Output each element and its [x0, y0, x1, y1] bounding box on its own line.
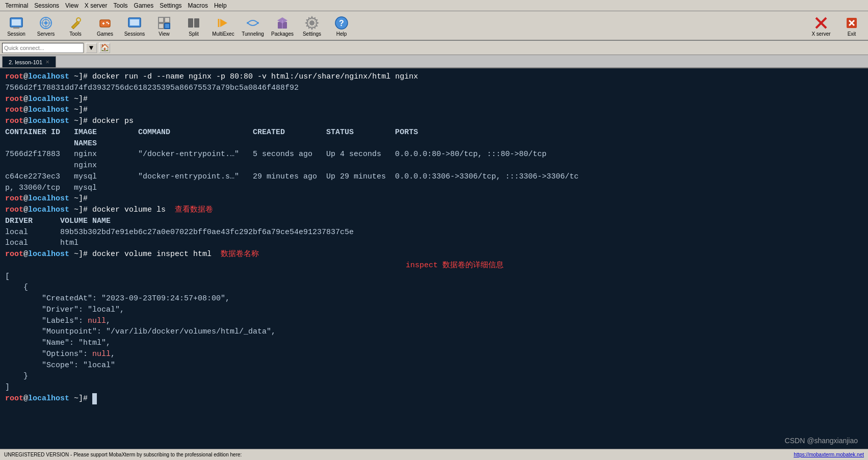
terminal-vol-row2: local html: [5, 238, 863, 249]
toolbar-games[interactable]: Games: [91, 12, 119, 39]
quickconnect-bar: ▼ 🏠: [0, 41, 868, 55]
menu-tools[interactable]: Tools: [111, 1, 131, 10]
terminal-line-6: root@localhost ~]#: [5, 193, 863, 205]
menu-sessions[interactable]: Sessions: [31, 1, 62, 10]
settings-icon: [304, 15, 320, 31]
sessions-icon: [126, 15, 143, 31]
menu-macros[interactable]: Macros: [185, 1, 211, 10]
terminal-json-open: [: [5, 271, 863, 283]
toolbar-session[interactable]: Session: [2, 12, 31, 39]
terminal-json-close: ]: [5, 382, 863, 393]
toolbar-tools[interactable]: Tools: [61, 12, 90, 39]
terminal[interactable]: root@localhost ~]# docker run -d --name …: [0, 68, 868, 449]
toolbar-split[interactable]: Split: [179, 12, 208, 39]
help-icon: ?: [333, 15, 350, 31]
svg-rect-16: [159, 17, 164, 22]
toolbar-multiexec[interactable]: MultiExec: [209, 12, 238, 39]
svg-rect-1: [12, 19, 21, 25]
svg-marker-22: [220, 19, 227, 27]
terminal-json-driver: "Driver": "local",: [5, 304, 863, 316]
terminal-json-mountpoint: "Mountpoint": "/var/lib/docker/volumes/h…: [5, 326, 863, 338]
svg-point-24: [247, 22, 249, 24]
tab-close-icon[interactable]: ✕: [45, 59, 49, 65]
view-icon: [156, 15, 172, 31]
terminal-row1: 7566d2f17883 nginx "/docker-entrypoint.……: [5, 149, 863, 160]
toolbar-xserver[interactable]: X server: [807, 12, 835, 39]
toolbar-right: X server Exit: [807, 12, 866, 39]
servers-icon: [38, 15, 54, 31]
quickconnect-home[interactable]: 🏠: [99, 43, 110, 53]
toolbar-view[interactable]: View: [150, 12, 178, 39]
terminal-json-createdat: "CreatedAt": "2023-09-23T09:24:57+08:00"…: [5, 293, 863, 304]
svg-rect-21: [194, 18, 199, 28]
split-icon: [186, 15, 202, 31]
terminal-json-name: "Name": "html",: [5, 338, 863, 349]
terminal-line-5: root@localhost ~]# docker ps: [5, 116, 863, 127]
exit-icon: [844, 15, 860, 31]
toolbar-servers[interactable]: Servers: [32, 12, 60, 39]
terminal-vol-row1: local 89b53b302bd7e91eb6c27a0e07022bff0a…: [5, 227, 863, 238]
toolbar-tunneling[interactable]: Tunneling: [239, 12, 267, 39]
terminal-last-prompt: root@localhost ~]#: [5, 393, 863, 404]
statusbar-text: UNREGISTERED VERSION - Please support Mo…: [4, 452, 242, 457]
terminal-line-7: root@localhost ~]# docker volume ls 查看数据…: [5, 205, 863, 216]
svg-point-29: [309, 20, 314, 25]
toolbar-packages[interactable]: Packages: [268, 12, 297, 39]
svg-rect-18: [159, 23, 164, 29]
terminal-row2: c64ce2273ec3 mysql "docker-entrypoint.s……: [5, 171, 863, 183]
packages-icon: [274, 15, 291, 31]
svg-rect-17: [165, 17, 170, 22]
toolbar-exit[interactable]: Exit: [837, 12, 866, 39]
svg-rect-15: [130, 19, 139, 25]
menu-settings[interactable]: Settings: [156, 1, 185, 10]
quickconnect-input[interactable]: [2, 43, 84, 53]
terminal-line-4: root@localhost ~]#: [5, 105, 863, 116]
svg-rect-2: [13, 27, 19, 29]
terminal-line-1: root@localhost ~]# docker run -d --name …: [5, 71, 863, 83]
terminal-table-names: NAMES: [5, 138, 863, 149]
svg-rect-19: [165, 23, 170, 29]
toolbar-help[interactable]: ? Help: [327, 12, 356, 39]
toolbar-settings[interactable]: Settings: [298, 12, 326, 39]
svg-point-13: [108, 22, 110, 24]
tabbar: 2. lesson-101 ✕: [0, 55, 868, 68]
terminal-json-options: "Options": null,: [5, 349, 863, 360]
statusbar-link[interactable]: https://mobaxterm.mobatek.net: [794, 452, 864, 457]
multiexec-icon: [215, 15, 231, 31]
menu-help[interactable]: Help: [211, 1, 230, 10]
svg-rect-20: [188, 18, 193, 28]
terminal-line-2: 7566d2f178831dd74fd3932756dc618235395a86…: [5, 83, 863, 94]
terminal-line-3: root@localhost ~]#: [5, 94, 863, 105]
terminal-line-8: root@localhost ~]# docker volume inspect…: [5, 249, 863, 260]
menu-terminal[interactable]: Terminal: [2, 1, 31, 10]
terminal-annotation: inspect 数据卷的详细信息: [5, 260, 863, 271]
svg-text:?: ?: [339, 19, 344, 28]
menu-games[interactable]: Games: [131, 1, 157, 10]
toolbar-sessions[interactable]: Sessions: [120, 12, 149, 39]
xserver-icon: [813, 15, 829, 31]
terminal-json-labels: "Labels": null,: [5, 316, 863, 327]
menu-view[interactable]: View: [62, 1, 82, 10]
menubar: Terminal Sessions View X server Tools Ga…: [0, 0, 868, 11]
tab-label: 2. lesson-101: [9, 59, 42, 65]
terminal-table-header: CONTAINER ID IMAGE COMMAND CREATED STATU…: [5, 127, 863, 138]
menu-xserver[interactable]: X server: [82, 1, 111, 10]
quickconnect-button[interactable]: ▼: [86, 43, 97, 53]
games-icon: [97, 15, 113, 31]
tools-icon: [67, 15, 84, 31]
terminal-vol-header: DRIVER VOLUME NAME: [5, 216, 863, 227]
tunneling-icon: [245, 15, 261, 31]
svg-point-8: [76, 18, 81, 22]
terminal-row1b: nginx: [5, 160, 863, 171]
statusbar: UNREGISTERED VERSION - Please support Mo…: [0, 449, 868, 460]
svg-point-25: [257, 22, 259, 24]
terminal-json-close-brace: }: [5, 371, 863, 382]
terminal-row2b: p, 33060/tcp mysql: [5, 183, 863, 194]
session-icon: [8, 15, 24, 31]
svg-point-12: [107, 21, 108, 23]
toolbar: Session Servers Tools Games Sessions Vie…: [0, 11, 868, 41]
watermark: CSDN @shangxianjiao: [785, 437, 858, 445]
tab-lesson101[interactable]: 2. lesson-101 ✕: [2, 56, 56, 67]
terminal-json-scope: "Scope": "local": [5, 360, 863, 371]
terminal-json-brace: {: [5, 282, 863, 293]
